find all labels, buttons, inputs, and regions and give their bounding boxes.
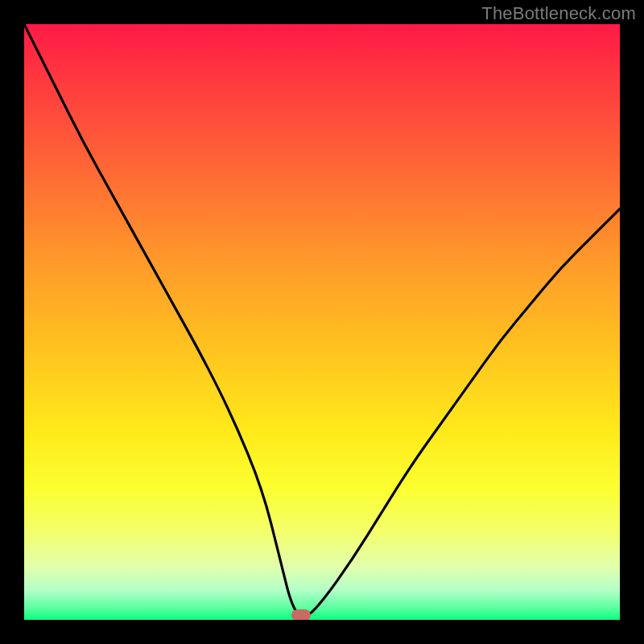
plot-area: [24, 24, 620, 620]
chart-frame: TheBottleneck.com: [0, 0, 644, 644]
optimal-marker: [291, 609, 311, 620]
bottleneck-curve-path: [24, 24, 620, 617]
curve-svg: [24, 24, 620, 620]
watermark-text: TheBottleneck.com: [481, 3, 636, 24]
